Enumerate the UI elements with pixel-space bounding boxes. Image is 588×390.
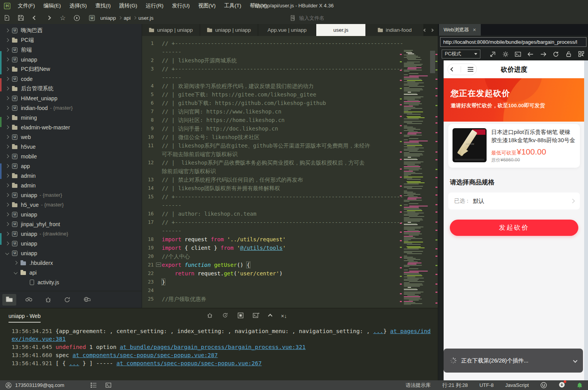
detach-window-icon[interactable] (489, 50, 496, 58)
tree-item[interactable]: 后台管理系统 (2, 84, 138, 93)
run-button[interactable] (70, 12, 84, 23)
product-card[interactable]: CUSTOM 日本进口pilot百乐贵客钢笔 硬橡胶生漆18k金笔fkv-88s… (448, 124, 580, 168)
tree-item[interactable]: UHiMeet_uniapp (2, 93, 138, 103)
encoding-status[interactable]: UTF-8 (479, 382, 494, 388)
tree-item[interactable]: Uindian-food- {master} (2, 103, 138, 113)
tree-item[interactable]: U嗨淘巴西 (2, 26, 138, 35)
editor-tab[interactable]: indian-food (366, 24, 424, 36)
nav-capsule[interactable] (447, 64, 477, 75)
tab-scroll-left-icon[interactable] (423, 28, 427, 31)
tree-item[interactable]: Umobile (2, 151, 138, 161)
bookmark-button[interactable]: ☆ (56, 12, 70, 23)
editor-tab[interactable]: user.js (316, 24, 366, 36)
tree-item[interactable]: mining (2, 113, 138, 122)
breadcrumb-project[interactable]: uniapp (100, 15, 116, 21)
menu-item-F[interactable]: 文件(F) (14, 0, 39, 12)
editor-tab[interactable]: uniapp | uniapp (142, 24, 200, 36)
menu-icon[interactable] (468, 67, 473, 72)
breadcrumb-file[interactable]: user.js (139, 15, 154, 21)
tree-item[interactable]: Uuniapp (2, 239, 138, 248)
console-debug-icon[interactable] (207, 313, 213, 320)
terminal-icon[interactable] (105, 383, 111, 388)
tree-item[interactable]: Ucode (2, 74, 138, 84)
console-source-link[interactable]: at components/spec-popup/spec-popup.vue:… (117, 360, 262, 366)
update-download-icon[interactable] (559, 381, 565, 389)
tree-item[interactable]: admin (2, 171, 138, 180)
tree-item[interactable]: api (2, 268, 138, 277)
browser-forward-icon[interactable] (540, 50, 547, 58)
device-mode-select[interactable]: PC模式 (442, 50, 480, 58)
explorer-view-button[interactable] (2, 294, 16, 306)
tree-item[interactable]: Uuinapp (2, 55, 138, 64)
browser-refresh-icon[interactable] (552, 50, 559, 58)
console-source-link[interactable]: at bundle/pages/bargain_process/bargain_… (120, 344, 305, 350)
notification-bell-icon[interactable] (577, 382, 583, 388)
chevron-down-icon[interactable] (573, 358, 577, 363)
menu-item-S[interactable]: 选择(S) (65, 0, 91, 12)
new-file-button[interactable] (0, 12, 14, 23)
browser-back-icon[interactable] (527, 50, 534, 58)
editor-tab[interactable]: uniapp | uniapp (200, 24, 258, 36)
menu-item-E[interactable]: 编辑(E) (39, 0, 65, 12)
outline-list-icon[interactable] (91, 383, 97, 388)
debug-view-button[interactable] (41, 294, 55, 306)
devtools-console-icon[interactable] (515, 50, 522, 58)
tree-item[interactable]: h5_vue- {master} (2, 200, 138, 210)
tab-scroll-right-icon[interactable] (430, 28, 434, 31)
tree-item[interactable]: PC端 (2, 35, 138, 45)
menu-item-R[interactable]: 运行(R) (142, 0, 168, 12)
search-view-button[interactable] (22, 294, 36, 306)
tree-item[interactable]: Uuniapp (2, 248, 138, 258)
back-icon[interactable] (451, 67, 455, 71)
close-icon[interactable]: × (473, 27, 476, 33)
account-status[interactable]: 1735031199@qq.com (5, 382, 64, 388)
tree-item[interactable]: activity.js (2, 277, 138, 287)
settings-gear-icon[interactable] (502, 50, 509, 58)
menu-item-G[interactable]: 跳转(G) (115, 0, 142, 12)
browser-tab[interactable]: Web浏览器 × (439, 24, 481, 36)
console-stop-icon[interactable] (238, 313, 243, 320)
cloud-view-button[interactable] (80, 294, 94, 306)
menu-item-U[interactable]: 发行(U) (168, 0, 194, 12)
editor-tab[interactable]: App.vue | uniapp (258, 24, 316, 36)
tree-item[interactable]: eladmin-web-master (2, 122, 138, 132)
spec-selector[interactable]: 已选： 默认 (448, 192, 580, 210)
page-scroll-rail[interactable] (584, 60, 588, 380)
uni-assistant-icon[interactable] (540, 382, 547, 388)
code-area[interactable]: 1// +-----------------------------------… (142, 36, 438, 308)
file-search-box[interactable] (287, 13, 438, 23)
minimap[interactable] (404, 50, 428, 305)
tree-item[interactable]: Uuniapp- {master} (2, 190, 138, 200)
console-source-link[interactable]: at components/spec-popup/spec-popup.vue:… (72, 352, 218, 358)
navigate-back-button[interactable] (28, 12, 42, 23)
breadcrumb-folder[interactable]: api (124, 15, 131, 21)
tree-item[interactable]: h5vue (2, 142, 138, 151)
menu-item-I[interactable]: 查找(I) (91, 0, 115, 12)
file-search-input[interactable] (299, 15, 415, 21)
start-bargain-button[interactable]: 发起砍价 (450, 220, 578, 236)
syntax-library-status[interactable]: 语法提示库 (406, 382, 431, 389)
unlock-icon[interactable] (565, 50, 572, 58)
tree-item[interactable]: Uapp (2, 161, 138, 171)
tree-item[interactable]: Ujinpai_yhyl_front (2, 219, 138, 229)
tree-item[interactable]: Uuniapp- {drawkline} (2, 229, 138, 239)
sync-view-button[interactable] (60, 294, 74, 306)
console-source-link[interactable]: ... (69, 360, 79, 366)
tree-item[interactable]: U前端 (2, 45, 138, 55)
save-button[interactable] (14, 12, 28, 23)
console-source-link[interactable]: ... (373, 328, 383, 334)
cursor-position-status[interactable]: 行:21 列:28 (442, 382, 468, 389)
console-new-terminal-icon[interactable] (253, 313, 259, 320)
menu-item-V[interactable]: 视图(V) (194, 0, 220, 12)
tree-item[interactable]: Uweb (2, 132, 138, 142)
tree-item[interactable]: .hbuilderx (2, 258, 138, 268)
console-collapse-icon[interactable] (268, 314, 272, 318)
tree-item[interactable]: Uuniapp (2, 210, 138, 219)
language-mode-status[interactable]: JavaScript (505, 382, 529, 388)
console-close-icon[interactable]: ×↓ (281, 313, 287, 319)
console-restart-icon[interactable] (222, 312, 228, 320)
console-tab[interactable]: uniapp - Web (9, 313, 41, 323)
navigate-forward-button[interactable] (42, 12, 56, 23)
url-input[interactable] (440, 37, 586, 47)
qr-code-icon[interactable] (578, 50, 585, 58)
